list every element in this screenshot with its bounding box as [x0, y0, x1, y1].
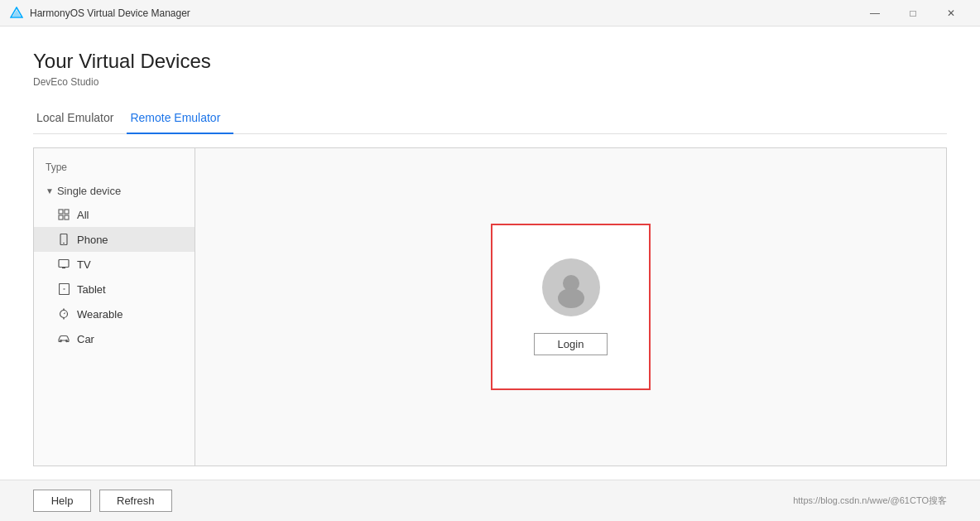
sidebar-group-label: Single device — [57, 185, 121, 197]
sidebar-item-tablet[interactable]: Tablet — [34, 277, 195, 302]
sidebar-item-all-label: All — [77, 209, 89, 221]
svg-point-20 — [558, 288, 584, 308]
sidebar-item-phone[interactable]: Phone — [34, 227, 195, 252]
content-area: Login — [195, 148, 946, 466]
sidebar-item-all[interactable]: All — [34, 202, 195, 227]
sidebar-item-wearable-label: Wearable — [77, 308, 122, 321]
tab-local-emulator[interactable]: Local Emulator — [33, 104, 127, 134]
watch-icon — [57, 307, 70, 321]
svg-rect-5 — [65, 215, 69, 219]
bottom-bar-actions: Help Refresh — [33, 490, 172, 512]
svg-rect-8 — [59, 260, 69, 268]
phone-icon — [57, 233, 70, 246]
refresh-button[interactable]: Refresh — [99, 490, 172, 512]
svg-line-16 — [64, 313, 65, 315]
bottom-bar-link: https://blog.csdn.n/wwe/@61CTO搜客 — [793, 494, 947, 507]
sidebar-item-car[interactable]: Car — [34, 326, 195, 351]
tablet-icon — [57, 282, 70, 296]
window-controls: — □ ✕ — [856, 0, 970, 27]
app-logo-icon — [10, 7, 23, 20]
page-subtitle: DevEco Studio — [33, 76, 947, 88]
sidebar-item-tablet-label: Tablet — [77, 283, 106, 296]
chevron-down-icon: ▼ — [46, 186, 54, 195]
maximize-button[interactable]: □ — [894, 0, 932, 27]
tab-bar: Local Emulator Remote Emulator — [33, 104, 947, 134]
login-button[interactable]: Login — [534, 333, 608, 355]
sidebar-item-car-label: Car — [77, 333, 94, 345]
sidebar: Type ▼ Single device All — [34, 148, 195, 466]
close-button[interactable]: ✕ — [932, 0, 970, 27]
page-title: Your Virtual Devices — [33, 50, 947, 73]
sidebar-item-wearable[interactable]: Wearable — [34, 302, 195, 326]
sidebar-item-tv-label: TV — [77, 258, 91, 271]
svg-rect-4 — [59, 215, 63, 219]
titlebar-title: HarmonyOS Virtual Device Manager — [30, 7, 856, 19]
grid-icon — [57, 208, 70, 221]
tab-remote-emulator[interactable]: Remote Emulator — [127, 104, 233, 134]
help-button[interactable]: Help — [33, 490, 91, 512]
login-card: Login — [491, 224, 651, 390]
bottom-bar: Help Refresh https://blog.csdn.n/wwe/@61… — [0, 480, 980, 521]
minimize-button[interactable]: — — [856, 0, 894, 27]
device-panel: Type ▼ Single device All — [33, 147, 947, 466]
sidebar-item-tv[interactable]: TV — [34, 252, 195, 277]
svg-rect-2 — [59, 210, 63, 214]
avatar — [542, 258, 600, 316]
svg-rect-3 — [65, 210, 69, 214]
sidebar-item-phone-label: Phone — [77, 234, 108, 246]
sidebar-group-single-device[interactable]: ▼ Single device — [34, 180, 195, 202]
car-icon — [57, 332, 70, 345]
tv-icon — [57, 258, 70, 271]
main-content: Your Virtual Devices DevEco Studio Local… — [0, 27, 980, 480]
titlebar: HarmonyOS Virtual Device Manager — □ ✕ — [0, 0, 980, 27]
sidebar-section-title: Type — [34, 158, 195, 180]
